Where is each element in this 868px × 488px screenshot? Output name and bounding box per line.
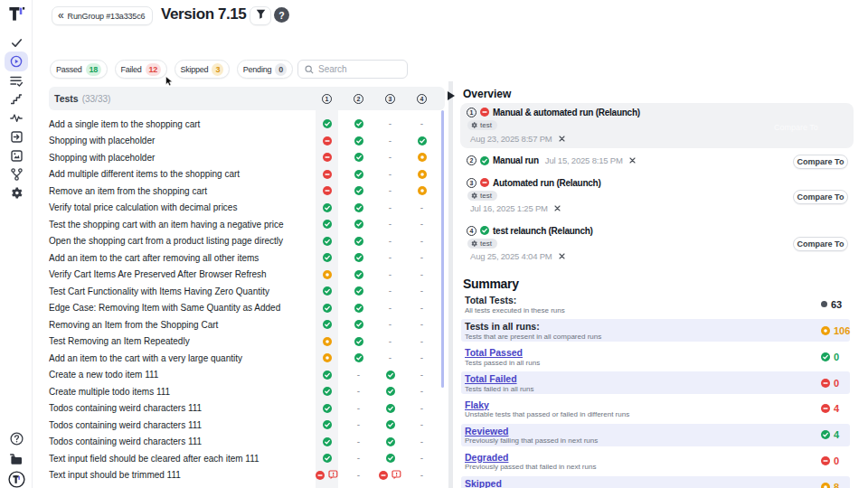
status-cell[interactable] (343, 237, 374, 246)
sidebar-item-check[interactable] (0, 35, 33, 50)
table-row[interactable]: Todos containing weird characters 111-- (49, 417, 445, 434)
table-row[interactable]: Todos containing weird characters 111-- (49, 433, 445, 450)
run-column-header-1[interactable]: 1 (311, 94, 343, 104)
table-row[interactable]: Edge Case: Removing Item with Same Quant… (49, 299, 445, 316)
status-cell[interactable] (311, 270, 343, 279)
run-tag-chip[interactable]: test (467, 120, 497, 130)
test-name[interactable]: Test the shopping cart with an item havi… (49, 220, 311, 230)
status-cell[interactable] (343, 337, 374, 346)
remove-run-icon[interactable] (559, 136, 565, 142)
test-name[interactable]: Shopping with placeholder (49, 153, 311, 163)
test-name[interactable]: Todos containing weird characters 111 (49, 403, 311, 413)
test-name[interactable]: Add an item to the cart with a very larg… (49, 353, 311, 363)
summary-row-title[interactable]: Skipped (465, 478, 502, 488)
status-cell[interactable] (343, 320, 374, 329)
remove-run-icon[interactable] (554, 205, 561, 211)
summary-row-title[interactable]: Total Passed (465, 347, 523, 358)
status-cell[interactable] (311, 337, 343, 346)
test-name[interactable]: Shopping with placeholder (49, 136, 311, 145)
status-cell[interactable] (374, 437, 406, 446)
table-row[interactable]: Test Removing an Item Repeatedly-- (49, 333, 445, 350)
status-cell[interactable] (343, 220, 374, 229)
table-row[interactable]: Open the shopping cart from a product li… (49, 232, 445, 249)
filter-chip-skipped[interactable]: Skipped3 (175, 60, 231, 79)
table-row[interactable]: Add an item to the cart with a very larg… (49, 350, 445, 367)
test-name[interactable]: Create multiple todo items 111 (49, 387, 311, 397)
status-cell[interactable] (374, 404, 406, 413)
filter-button[interactable] (250, 6, 271, 25)
run-title[interactable]: Automated run (Relaunch) (493, 178, 601, 188)
sidebar-item-report[interactable] (0, 148, 33, 163)
test-name[interactable]: Verify total price calculation with deci… (49, 202, 311, 212)
status-cell[interactable] (311, 454, 343, 463)
status-cell[interactable] (311, 320, 343, 329)
panel-collapse-handle[interactable] (448, 91, 455, 100)
run-title[interactable]: Manual run (493, 155, 539, 165)
test-name[interactable]: Test Cart Functionality with Items Havin… (49, 286, 311, 296)
sidebar-item-stairs[interactable] (0, 92, 33, 107)
table-row[interactable]: Add a single item to the shopping cart-- (49, 116, 445, 133)
table-row[interactable]: Verify Cart Items Are Preserved After Br… (49, 266, 445, 283)
status-cell[interactable] (374, 470, 406, 480)
status-cell[interactable] (343, 304, 374, 313)
status-cell[interactable] (374, 371, 406, 380)
remove-run-icon[interactable] (559, 253, 565, 259)
run-tag-chip[interactable]: test (467, 239, 497, 249)
table-row[interactable]: Test the shopping cart with an item havi… (49, 216, 445, 233)
table-row[interactable]: Verify total price calculation with deci… (49, 199, 445, 216)
test-name[interactable]: Text input should be trimmed 111 (49, 470, 311, 480)
compare-to-button[interactable]: Compare To (793, 190, 848, 204)
summary-row-title[interactable]: Reviewed (465, 426, 508, 436)
status-cell[interactable] (311, 387, 343, 396)
run-title[interactable]: Manual & automated run (Relaunch) (493, 108, 640, 117)
run-tag-chip[interactable]: test (467, 191, 497, 201)
run-column-header-2[interactable]: 2 (343, 94, 374, 104)
sidebar-item-help[interactable] (0, 431, 33, 446)
status-cell[interactable] (343, 203, 374, 212)
sidebar-item-list-check[interactable] (0, 73, 33, 88)
status-cell[interactable] (374, 387, 406, 396)
summary-row-title[interactable]: Degraded (465, 452, 508, 463)
table-row[interactable]: Create multiple todo items 111-- (49, 383, 445, 400)
table-row[interactable]: Removing an Item from the Shopping Cart-… (49, 316, 445, 333)
test-name[interactable]: Todos containing weird characters 111 (49, 436, 311, 446)
table-row[interactable]: Remove an item from the shopping cart- (49, 183, 445, 200)
compare-to-button[interactable]: Compare To (793, 155, 848, 169)
table-row[interactable]: Add multiple different items to the shop… (49, 165, 445, 183)
test-name[interactable]: Verify Cart Items Are Preserved After Br… (49, 269, 311, 279)
status-cell[interactable] (311, 237, 343, 246)
status-cell[interactable] (406, 170, 438, 179)
status-cell[interactable] (406, 186, 438, 195)
sidebar-item-activity[interactable] (0, 110, 33, 125)
status-cell[interactable] (311, 253, 343, 262)
summary-row-title[interactable]: Total Failed (465, 373, 517, 384)
status-cell[interactable] (374, 454, 406, 463)
status-cell[interactable] (311, 136, 343, 145)
test-name[interactable]: Removing an Item from the Shopping Cart (49, 320, 311, 330)
test-name[interactable]: Text input field should be cleared after… (49, 454, 311, 464)
summary-row-title[interactable]: Flaky (465, 399, 489, 410)
table-row[interactable]: Shopping with placeholder- (49, 132, 445, 149)
status-cell[interactable] (343, 353, 374, 362)
table-row[interactable]: Text input should be trimmed 111 - - (49, 466, 445, 483)
status-cell[interactable] (311, 153, 343, 162)
test-name[interactable]: Add an item to the cart after removing a… (49, 253, 311, 263)
status-cell[interactable] (311, 404, 343, 413)
run-title[interactable]: test relaunch (Relaunch) (493, 226, 593, 236)
filter-chip-passed[interactable]: Passed18 (50, 60, 108, 79)
status-cell[interactable] (311, 170, 343, 179)
status-cell[interactable] (343, 153, 374, 162)
test-name[interactable]: Open the shopping cart from a product li… (49, 236, 311, 246)
sidebar-item-projects[interactable] (0, 452, 33, 466)
status-cell[interactable] (343, 170, 374, 179)
status-cell[interactable] (343, 186, 374, 195)
test-name[interactable]: Test Removing an Item Repeatedly (49, 336, 311, 346)
search-input[interactable] (318, 64, 401, 74)
run-column-header-3[interactable]: 3 (374, 94, 406, 104)
status-cell[interactable] (406, 136, 438, 145)
back-to-rungroup-button[interactable]: « RunGroup #13a335c6 (52, 6, 153, 25)
test-name[interactable]: Add multiple different items to the shop… (49, 169, 311, 179)
status-cell[interactable] (311, 470, 343, 480)
status-cell[interactable] (343, 286, 374, 296)
status-cell[interactable] (374, 420, 406, 429)
